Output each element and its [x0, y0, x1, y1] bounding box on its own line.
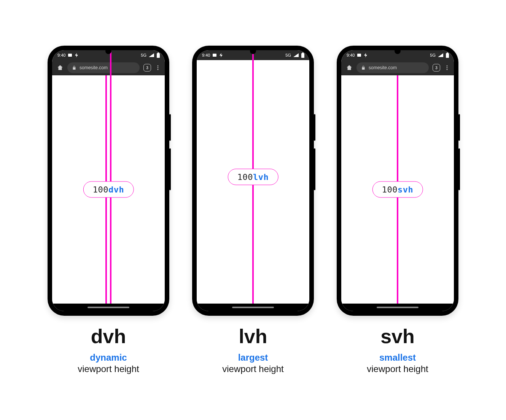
measure-badge: 100lvh — [228, 169, 278, 185]
phone-mockup: 9:40 5G somesite.com 3 — [337, 46, 458, 316]
caption-unit: dvh — [78, 326, 139, 346]
caption-unit: svh — [367, 326, 428, 346]
home-icon[interactable] — [346, 64, 353, 71]
svg-rect-11 — [447, 52, 448, 53]
camera-hole — [395, 48, 401, 54]
caption-unit: lvh — [222, 326, 283, 346]
nav-bar — [341, 304, 454, 311]
tab-count[interactable]: 3 — [433, 64, 440, 72]
svg-point-3 — [158, 65, 159, 67]
diagram-column: 9:40 5G somesite.com 3 — [337, 46, 458, 374]
status-network: 5G — [141, 53, 146, 57]
nav-bar — [52, 304, 165, 311]
status-battery-icon — [446, 52, 449, 58]
lock-icon — [361, 65, 366, 70]
svg-rect-8 — [302, 52, 304, 53]
caption: svhsmallestviewport height — [367, 326, 428, 374]
status-battery-icon — [156, 52, 160, 58]
overflow-menu-icon[interactable] — [444, 65, 450, 71]
tab-count[interactable]: 3 — [143, 64, 151, 72]
diagram-column: 9:40 5G 100lvhlvhlargestviewport height — [192, 46, 314, 374]
phone-screen: 9:40 5G somesite.com 3 — [341, 50, 454, 311]
caption-word: dynamic — [78, 352, 139, 363]
badge-unit: lvh — [253, 172, 269, 182]
home-icon[interactable] — [57, 64, 64, 71]
svg-rect-2 — [158, 52, 159, 53]
svg-point-13 — [447, 67, 448, 68]
svg-rect-7 — [301, 53, 304, 58]
nav-bar — [197, 304, 309, 311]
badge-unit: svh — [398, 185, 413, 194]
status-time: 9:40 — [57, 53, 65, 57]
svg-point-14 — [447, 69, 448, 70]
badge-value: 100 — [93, 185, 108, 194]
measure-line — [110, 50, 111, 304]
overflow-menu-icon[interactable] — [155, 65, 161, 71]
badge-value: 100 — [237, 172, 253, 182]
diagram-column: 9:40 5G somesite.com 3 — [48, 46, 169, 374]
status-battery-icon — [301, 52, 305, 58]
omnibox-url: somesite.com — [80, 65, 108, 70]
omnibox-url: somesite.com — [369, 65, 397, 70]
status-card-icon — [212, 53, 217, 57]
svg-rect-10 — [446, 53, 449, 58]
svg-rect-6 — [213, 54, 216, 57]
status-network: 5G — [430, 53, 436, 57]
status-signal-icon — [293, 53, 299, 57]
badge-unit: dvh — [108, 185, 124, 194]
status-bolt-icon — [75, 53, 78, 57]
caption-rest: viewport height — [367, 364, 428, 374]
status-bolt-icon — [364, 53, 368, 57]
status-time: 9:40 — [202, 53, 210, 57]
caption-word: largest — [222, 352, 283, 363]
omnibox[interactable]: somesite.com — [67, 62, 140, 73]
caption-word: smallest — [367, 352, 428, 363]
status-bolt-icon — [219, 53, 223, 57]
caption: lvhlargestviewport height — [222, 326, 283, 374]
phone-mockup: 9:40 5G 100lvh — [192, 46, 314, 316]
svg-point-12 — [447, 65, 448, 67]
measure-badge: 100svh — [372, 181, 423, 198]
camera-hole — [105, 48, 111, 54]
caption-rest: viewport height — [222, 364, 283, 374]
measure-badge: 100dvh — [83, 181, 134, 198]
svg-rect-1 — [157, 53, 160, 58]
status-network: 5G — [285, 53, 291, 57]
svg-point-4 — [158, 67, 159, 68]
svg-rect-0 — [68, 54, 72, 57]
caption-rest: viewport height — [78, 364, 139, 374]
phone-screen: 9:40 5G 100lvh — [197, 50, 309, 311]
status-card-icon — [68, 53, 72, 57]
svg-rect-9 — [357, 54, 361, 57]
status-time: 9:40 — [347, 53, 355, 57]
status-signal-icon — [438, 53, 443, 57]
omnibox[interactable]: somesite.com — [356, 62, 429, 73]
phone-screen: 9:40 5G somesite.com 3 — [52, 50, 165, 311]
svg-point-5 — [158, 69, 159, 70]
camera-hole — [250, 48, 256, 54]
lock-icon — [72, 65, 76, 70]
status-card-icon — [357, 53, 361, 57]
phone-mockup: 9:40 5G somesite.com 3 — [48, 46, 169, 316]
browser-toolbar: somesite.com 3 — [52, 60, 165, 75]
badge-value: 100 — [382, 185, 398, 194]
browser-toolbar: somesite.com 3 — [341, 60, 454, 75]
status-signal-icon — [149, 53, 154, 57]
caption: dvhdynamicviewport height — [78, 326, 139, 374]
